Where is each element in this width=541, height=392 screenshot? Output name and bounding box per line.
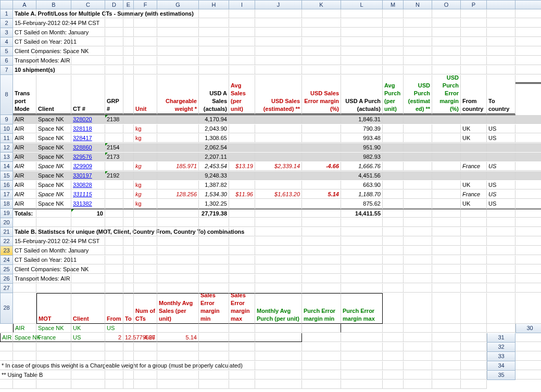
cell[interactable] <box>229 37 255 46</box>
cell[interactable] <box>515 47 541 56</box>
cell[interactable] <box>36 218 71 227</box>
cell-to[interactable]: US <box>487 134 515 143</box>
cell[interactable] <box>157 352 199 361</box>
cell[interactable] <box>123 66 134 74</box>
cell[interactable] <box>36 209 71 218</box>
row-header-26[interactable]: 26 <box>0 274 13 284</box>
cell[interactable] <box>515 218 541 227</box>
cell[interactable] <box>71 19 105 28</box>
cell-grp[interactable] <box>105 124 123 133</box>
cell[interactable] <box>432 293 461 324</box>
cell[interactable] <box>341 371 383 380</box>
cell[interactable] <box>255 37 302 46</box>
cell-purch[interactable]: 4,451.56 <box>341 171 383 180</box>
cell[interactable] <box>404 209 432 218</box>
cell[interactable] <box>404 115 432 124</box>
cell[interactable] <box>383 237 404 246</box>
cell-grp[interactable] <box>105 190 123 199</box>
ct-link[interactable]: 330197 <box>71 171 105 180</box>
cell-cw[interactable]: 128.256 <box>157 190 199 199</box>
cell[interactable] <box>404 352 432 361</box>
cell[interactable] <box>302 209 341 218</box>
cell-sales[interactable]: 4,170.94 <box>199 115 229 124</box>
row-header-24[interactable]: 24 <box>0 256 13 265</box>
cell-grp[interactable] <box>105 181 123 189</box>
cell[interactable] <box>255 227 302 236</box>
cell[interactable] <box>404 171 432 180</box>
col-header-D[interactable]: D <box>105 0 123 9</box>
cell[interactable] <box>71 361 105 370</box>
cell-err[interactable] <box>302 124 341 133</box>
cell[interactable] <box>302 246 341 255</box>
cell[interactable] <box>199 19 229 28</box>
cell[interactable] <box>383 171 404 180</box>
cell[interactable] <box>432 361 461 370</box>
cell-unit[interactable]: kg <box>134 181 157 189</box>
cell[interactable] <box>383 56 404 65</box>
cell[interactable] <box>302 265 341 274</box>
cell[interactable] <box>487 265 515 274</box>
cell-pmax[interactable] <box>302 324 341 333</box>
cell[interactable] <box>134 19 157 28</box>
cell[interactable] <box>255 256 302 264</box>
cell[interactable] <box>515 343 541 351</box>
cell[interactable] <box>123 199 134 208</box>
cell[interactable] <box>36 19 71 28</box>
cell-mot[interactable]: AIR <box>0 333 13 342</box>
cell[interactable] <box>71 218 105 227</box>
cell[interactable] <box>13 371 36 380</box>
cell[interactable] <box>404 28 432 37</box>
cell[interactable] <box>341 237 383 246</box>
cell[interactable] <box>487 274 515 283</box>
cell[interactable] <box>487 293 515 324</box>
cell-purch[interactable]: 1,666.76 <box>341 162 383 171</box>
cell[interactable] <box>199 237 229 246</box>
cell[interactable] <box>105 265 123 274</box>
cell[interactable] <box>157 227 199 236</box>
cell[interactable] <box>515 153 541 161</box>
cell-cw[interactable] <box>157 115 199 124</box>
cell[interactable] <box>123 237 134 246</box>
cell[interactable] <box>383 265 404 274</box>
cell[interactable] <box>341 265 383 274</box>
cell[interactable] <box>105 9 123 18</box>
cell[interactable] <box>105 343 123 351</box>
col-header-I[interactable]: I <box>229 0 255 9</box>
cell[interactable] <box>105 209 123 218</box>
col-header-P[interactable]: P <box>461 0 487 9</box>
cell-err[interactable] <box>302 143 341 152</box>
cell[interactable] <box>432 371 461 380</box>
cell[interactable] <box>123 227 134 236</box>
cell[interactable] <box>383 274 404 283</box>
col-header-C[interactable]: C <box>71 0 105 9</box>
cell[interactable] <box>255 209 302 218</box>
cell[interactable] <box>404 256 432 264</box>
cell[interactable] <box>515 28 541 37</box>
cell[interactable] <box>123 361 134 370</box>
cell[interactable] <box>383 324 404 333</box>
cell[interactable] <box>432 47 461 56</box>
cell-est[interactable] <box>255 199 302 208</box>
cell[interactable] <box>383 343 404 351</box>
row-header-16[interactable]: 16 <box>0 181 13 190</box>
cell-pavg[interactable] <box>229 324 255 333</box>
cell-err[interactable] <box>302 171 341 180</box>
cell[interactable] <box>123 75 134 115</box>
cell[interactable] <box>341 227 383 236</box>
cell-client[interactable]: Space NK <box>36 143 71 152</box>
cell[interactable] <box>105 284 123 293</box>
cell[interactable] <box>432 115 461 124</box>
cell[interactable] <box>432 343 461 351</box>
cell[interactable] <box>383 9 404 18</box>
cell-est[interactable] <box>255 143 302 152</box>
cell-unit[interactable]: kg <box>134 124 157 133</box>
cell[interactable] <box>199 66 229 74</box>
cell[interactable] <box>404 181 432 189</box>
cell[interactable] <box>432 227 461 236</box>
cell[interactable] <box>255 284 302 293</box>
col-header-H[interactable]: H <box>199 0 229 9</box>
cell-est[interactable] <box>255 124 302 133</box>
cell[interactable] <box>13 343 36 351</box>
cell[interactable] <box>487 66 515 74</box>
cell[interactable] <box>229 352 255 361</box>
